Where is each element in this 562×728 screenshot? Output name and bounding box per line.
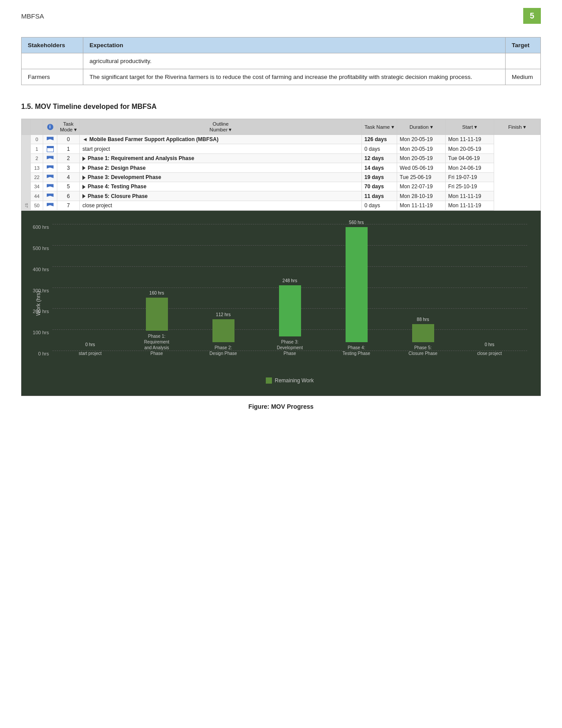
chart-bar: 88 hrs bbox=[412, 324, 434, 342]
chart-grid-label: 300 hrs bbox=[27, 288, 49, 293]
gantt-duration: 0 days bbox=[361, 144, 397, 154]
gantt-duration: 11 days bbox=[361, 191, 397, 201]
stakeholders-table: Stakeholders Expectation Target agricult… bbox=[21, 37, 541, 85]
gantt-outline: 1 bbox=[57, 144, 80, 154]
gantt-task-name: Phase 2: Design Phase bbox=[79, 163, 361, 172]
gantt-start: Mon 22-07-19 bbox=[397, 182, 445, 191]
th-taskmode: i bbox=[43, 119, 57, 135]
chart-x-label: Phase 2: Design Phase bbox=[206, 345, 241, 356]
chart-bars-area: 0 hrsstart project160 hrsPhase 1: Requir… bbox=[52, 224, 527, 356]
chart-bar-value-label: 160 hrs bbox=[149, 291, 164, 295]
chart-bar: 248 hrs bbox=[279, 285, 301, 336]
gantt-row-num: 2 bbox=[31, 154, 43, 163]
chart-bar: 560 hrs bbox=[346, 227, 368, 342]
chart-x-label: Phase 1: Requirement and Analysis Phase bbox=[139, 333, 175, 356]
chart-bar-group: 112 hrsPhase 2: Design Phase bbox=[190, 319, 257, 356]
figure-caption: Figure: MOV Progress bbox=[21, 403, 541, 410]
gantt-start: Mon 11-11-19 bbox=[397, 201, 445, 210]
gantt-task-mode bbox=[43, 182, 57, 191]
gantt-duration: 14 days bbox=[361, 163, 397, 172]
gantt-task-mode bbox=[43, 154, 57, 163]
gantt-header-row: i TaskMode ▾ OutlineNumber ▾ Task Name ▾… bbox=[22, 119, 540, 135]
target-cell-1: Medium bbox=[506, 69, 541, 85]
chart-bar-group: 88 hrsPhase 5: Closure Phase bbox=[390, 324, 456, 356]
gantt-outline: 2 bbox=[57, 154, 80, 163]
gantt-task-mode bbox=[43, 201, 57, 210]
task-name-text: Phase 4: Testing Phase bbox=[88, 183, 146, 190]
gantt-duration: 126 days bbox=[361, 135, 397, 144]
gantt-row-num: 34 bbox=[31, 182, 43, 191]
stakeholder-cell-1: Farmers bbox=[22, 69, 83, 85]
gantt-container: i TaskMode ▾ OutlineNumber ▾ Task Name ▾… bbox=[21, 119, 541, 211]
chart-bar-value-label: 88 hrs bbox=[417, 317, 429, 322]
gantt-task-name: Phase 4: Testing Phase bbox=[79, 182, 361, 191]
gantt-row-side bbox=[22, 182, 31, 191]
chart-grid-label: 100 hrs bbox=[27, 330, 49, 335]
gantt-finish: Mon 11-11-19 bbox=[445, 201, 494, 210]
info-icon: i bbox=[47, 124, 53, 130]
chart-bar: 112 hrs bbox=[212, 319, 234, 342]
expectation-cell-0: agricultural productivity. bbox=[83, 53, 506, 69]
gantt-row: 22Phase 1: Requirement and Analysis Phas… bbox=[22, 154, 540, 163]
gantt-finish: Mon 11-11-19 bbox=[445, 191, 494, 201]
chart-bar-group: 248 hrsPhase 3: Development Phase bbox=[257, 285, 323, 356]
gantt-row-num: 50 bbox=[31, 201, 43, 210]
chart-grid-label: 0 hrs bbox=[27, 351, 49, 356]
chart-grid-label: 600 hrs bbox=[27, 224, 49, 230]
expand-icon bbox=[82, 185, 86, 189]
gantt-start: Tue 25-06-19 bbox=[397, 172, 445, 182]
gantt-task-name: Phase 5: Closure Phase bbox=[79, 191, 361, 201]
gantt-row-side bbox=[22, 135, 31, 144]
gantt-task-mode bbox=[43, 144, 57, 154]
chart-x-label: close project bbox=[472, 351, 507, 356]
calendar-icon bbox=[47, 146, 54, 152]
gantt-duration: 19 days bbox=[361, 172, 397, 182]
gantt-start: Wed 05-06-19 bbox=[397, 163, 445, 172]
gantt-row: 446Phase 5: Closure Phase11 daysMon 28-1… bbox=[22, 191, 540, 201]
gantt-finish: Fri 19-07-19 bbox=[445, 172, 494, 182]
expand-icon bbox=[82, 194, 86, 198]
table-header-row: Stakeholders Expectation Target bbox=[22, 37, 541, 53]
gantt-task-mode bbox=[43, 135, 57, 144]
gantt-duration: 0 days bbox=[361, 201, 397, 210]
gantt-row: 133Phase 2: Design Phase14 daysWed 05-06… bbox=[22, 163, 540, 172]
target-cell-0 bbox=[506, 53, 541, 69]
th-taskname: Task Name ▾ bbox=[361, 119, 397, 135]
chart-bar-group: 0 hrsstart project bbox=[57, 342, 123, 356]
gantt-row-side bbox=[22, 191, 31, 201]
expand-icon bbox=[82, 157, 86, 161]
task-name-text: Phase 3: Development Phase bbox=[88, 174, 161, 180]
task-name-text: Phase 1: Requirement and Analysis Phase bbox=[88, 155, 194, 161]
th-rownum bbox=[31, 119, 43, 135]
gantt-outline: 3 bbox=[57, 163, 80, 172]
gantt-row-num: 22 bbox=[31, 172, 43, 182]
th-finish: Finish ▾ bbox=[494, 119, 540, 135]
gantt-task-name: ◄Mobile Based Farmer Support Application… bbox=[79, 135, 361, 144]
chart-bar-value-label: 112 hrs bbox=[216, 312, 231, 317]
chart-bar-zero-label: 0 hrs bbox=[484, 342, 494, 347]
gantt-finish: Mon 24-06-19 bbox=[445, 163, 494, 172]
stakeholder-cell-0 bbox=[22, 53, 83, 69]
th-taskmode-label: TaskMode ▾ bbox=[57, 119, 80, 135]
page-number: 5 bbox=[523, 8, 541, 24]
chart-bar-value-label: 248 hrs bbox=[283, 278, 297, 283]
table-row: Farmers The significant target for the R… bbox=[22, 69, 541, 85]
gantt-outline: 5 bbox=[57, 182, 80, 191]
gantt-task-mode bbox=[43, 191, 57, 201]
gantt-start: Mon 28-10-19 bbox=[397, 191, 445, 201]
gantt-row: 00◄Mobile Based Farmer Support Applicati… bbox=[22, 135, 540, 144]
task-name-text: Phase 5: Closure Phase bbox=[88, 193, 148, 199]
chart-grid-label: 500 hrs bbox=[27, 246, 49, 251]
gantt-row-num: 1 bbox=[31, 144, 43, 154]
gantt-row-num: 0 bbox=[31, 135, 43, 144]
gantt-outline: 6 bbox=[57, 191, 80, 201]
chart-container: Work (hrs) 600 hrs500 hrs400 hrs300 hrs2… bbox=[21, 211, 541, 396]
gantt-duration: 70 days bbox=[361, 182, 397, 191]
gantt-row-side bbox=[22, 172, 31, 182]
gantt-row: 345Phase 4: Testing Phase70 daysMon 22-0… bbox=[22, 182, 540, 191]
gantt-table: i TaskMode ▾ OutlineNumber ▾ Task Name ▾… bbox=[22, 119, 540, 210]
chart-x-label: start project bbox=[73, 351, 108, 356]
legend-label: Remaining Work bbox=[275, 377, 313, 384]
gantt-outline: 0 bbox=[57, 135, 80, 144]
expectation-cell-1: The significant target for the Riverina … bbox=[83, 69, 506, 85]
